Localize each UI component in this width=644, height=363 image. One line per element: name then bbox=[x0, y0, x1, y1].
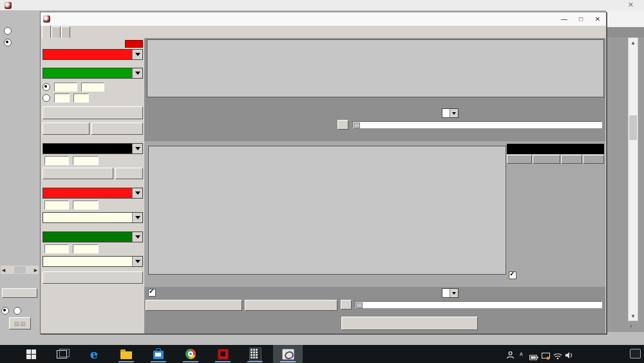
maximize-icon[interactable]: □ bbox=[573, 13, 589, 26]
x-to-input[interactable] bbox=[73, 156, 99, 165]
thickness-combo[interactable] bbox=[442, 288, 459, 298]
frames-overview-chart[interactable] bbox=[147, 39, 604, 97]
radio-bookmark-range[interactable] bbox=[43, 94, 50, 102]
chevron-down-icon[interactable] bbox=[132, 68, 142, 78]
chevron-down-icon[interactable] bbox=[132, 50, 142, 59]
file-explorer-button[interactable] bbox=[118, 346, 134, 362]
radio-frames-range[interactable] bbox=[43, 83, 50, 91]
vertical-scrollbar[interactable]: ▲ ▼ bbox=[628, 37, 638, 321]
build-graphs-button[interactable] bbox=[43, 106, 143, 119]
axis-y1-combo[interactable] bbox=[43, 188, 143, 199]
speaker-icon[interactable] bbox=[565, 350, 573, 363]
ext-search-conditions-button[interactable] bbox=[43, 168, 113, 179]
y2-to-input[interactable] bbox=[73, 244, 99, 253]
y1-to-input[interactable] bbox=[73, 201, 99, 210]
calculator-icon bbox=[249, 348, 261, 361]
chevron-down-icon[interactable] bbox=[132, 257, 142, 266]
axis-y2-combo[interactable] bbox=[43, 231, 143, 242]
chevron-down-icon[interactable] bbox=[132, 213, 142, 222]
checkbox-icon[interactable] bbox=[148, 289, 156, 297]
radio-hex-icon[interactable] bbox=[1, 307, 9, 315]
edge-button[interactable]: e bbox=[86, 346, 102, 362]
scroll-down-icon[interactable]: ▼ bbox=[629, 311, 638, 320]
x-from-input[interactable] bbox=[44, 156, 69, 165]
reset-width-button[interactable] bbox=[337, 120, 348, 130]
wifi-icon[interactable] bbox=[553, 351, 562, 363]
y2-from-input[interactable] bbox=[44, 244, 69, 253]
tab-dependency-graphs[interactable] bbox=[42, 25, 51, 38]
radio-frames-icon[interactable] bbox=[4, 27, 12, 35]
hidden-icons-chevron[interactable]: ∧ bbox=[519, 351, 524, 363]
chevron-down-icon[interactable] bbox=[132, 188, 142, 198]
horizontal-scrollbar[interactable]: ◄ ► bbox=[1, 266, 39, 274]
y2-multi-combo[interactable] bbox=[43, 256, 143, 267]
scroll-left-icon[interactable]: ◄ bbox=[1, 267, 6, 273]
screenshot-button[interactable] bbox=[43, 123, 90, 135]
delete-bookmarks-button[interactable] bbox=[91, 123, 143, 135]
start-button[interactable] bbox=[23, 346, 39, 362]
save-y1-graph-button[interactable] bbox=[146, 300, 242, 311]
calculator-button[interactable] bbox=[247, 346, 263, 362]
bookmark-to-input[interactable] bbox=[73, 93, 89, 103]
minimize-icon[interactable]: — bbox=[556, 13, 573, 26]
copy-log-button[interactable]: ▤▤ bbox=[9, 317, 31, 329]
chevron-down-icon[interactable] bbox=[450, 109, 458, 117]
scroll-right-icon[interactable]: › bbox=[630, 322, 632, 329]
chevron-down-icon[interactable] bbox=[132, 144, 142, 153]
ecu-app-button[interactable] bbox=[215, 346, 231, 362]
chrome-button[interactable] bbox=[183, 346, 198, 362]
thickness-combo[interactable] bbox=[442, 108, 459, 118]
bookmark-from-input[interactable] bbox=[54, 93, 70, 103]
second-formula-combo[interactable] bbox=[43, 68, 143, 79]
close-after-dblclick-checkbox[interactable] bbox=[509, 271, 519, 279]
y1-from-input[interactable] bbox=[44, 201, 69, 210]
chip-icon bbox=[218, 349, 229, 360]
scroll-up-icon[interactable]: ▲ bbox=[629, 38, 638, 47]
width-slider[interactable] bbox=[355, 301, 602, 308]
tab-minmax-values[interactable] bbox=[61, 26, 70, 38]
reset-width-button[interactable] bbox=[341, 300, 352, 309]
background-close-icon[interactable]: ✕ bbox=[628, 1, 634, 9]
width-slider[interactable] bbox=[352, 121, 602, 128]
legend-left-y1-button[interactable] bbox=[507, 155, 532, 164]
background-right-panel bbox=[606, 27, 644, 332]
chevron-down-icon[interactable] bbox=[450, 289, 458, 297]
diagview-taskbar-button[interactable] bbox=[280, 346, 296, 362]
save-y2-graph-button[interactable] bbox=[245, 300, 337, 311]
scroll-right-icon[interactable]: ► bbox=[33, 267, 39, 273]
formula-color-button[interactable] bbox=[125, 40, 143, 48]
chevron-down-icon[interactable] bbox=[132, 232, 142, 242]
frames-to-input[interactable] bbox=[81, 83, 104, 92]
radio-time[interactable] bbox=[4, 39, 14, 46]
user-icon[interactable] bbox=[506, 350, 515, 363]
slider-thumb[interactable] bbox=[356, 302, 363, 308]
load-compare-button[interactable] bbox=[43, 271, 143, 284]
slider-thumb[interactable] bbox=[354, 123, 360, 128]
sync-minmax-button[interactable] bbox=[341, 317, 478, 330]
y1-multi-combo[interactable] bbox=[43, 212, 143, 223]
frames-from-input[interactable] bbox=[54, 83, 77, 92]
legend-bookmark-button[interactable] bbox=[583, 155, 604, 164]
scrollbar-thumb[interactable] bbox=[629, 115, 637, 140]
go-button[interactable] bbox=[115, 168, 143, 179]
microsoft-store-button[interactable] bbox=[151, 346, 166, 362]
legend-frame-button[interactable] bbox=[561, 155, 582, 164]
axis-x-combo[interactable] bbox=[43, 143, 143, 154]
radio-time-icon[interactable] bbox=[4, 39, 12, 46]
close-icon[interactable]: ✕ bbox=[589, 13, 606, 26]
tab-requests[interactable] bbox=[2, 288, 37, 298]
task-view-button[interactable] bbox=[54, 346, 70, 362]
radio-ch-icon[interactable] bbox=[14, 307, 21, 315]
cursor-nodes-checkbox[interactable] bbox=[148, 289, 158, 297]
projecting-icon[interactable] bbox=[542, 351, 550, 363]
scrollbar-thumb[interactable] bbox=[14, 266, 26, 273]
legend-right-y2-button[interactable] bbox=[533, 155, 560, 164]
formula-combo[interactable] bbox=[43, 49, 143, 60]
battery-icon[interactable] bbox=[529, 351, 538, 363]
dialog-titlebar[interactable]: — □ ✕ bbox=[41, 12, 606, 26]
radio-frames[interactable] bbox=[4, 27, 14, 35]
notification-icon[interactable] bbox=[630, 349, 641, 358]
dependency-chart[interactable] bbox=[148, 146, 506, 275]
tab-acceleration-time[interactable] bbox=[52, 26, 61, 38]
checkbox-icon[interactable] bbox=[509, 271, 516, 279]
